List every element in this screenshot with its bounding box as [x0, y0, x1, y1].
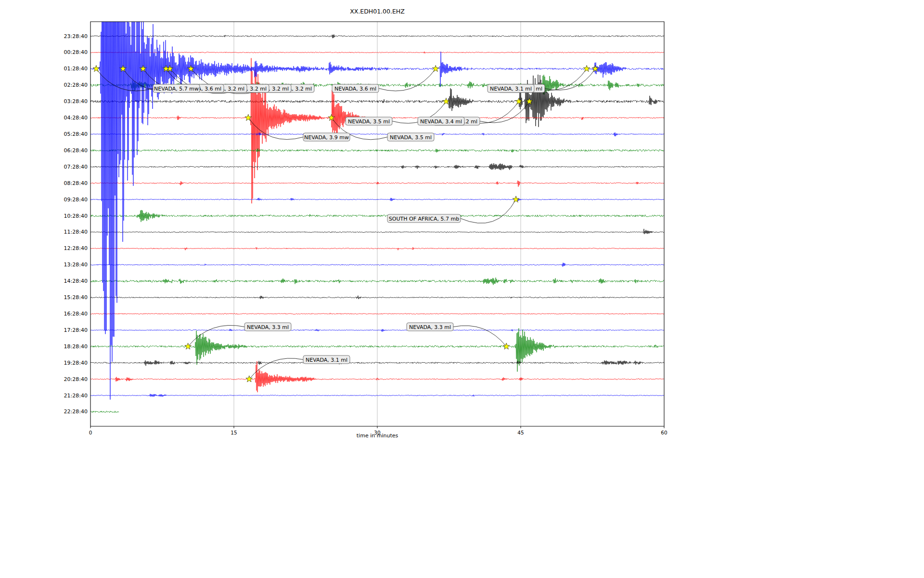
event-leader-line [461, 199, 516, 223]
y-tick-label: 22:28:40 [64, 408, 88, 415]
seismogram-page: 01530456023:28:4000:28:4001:28:4002:28:4… [0, 0, 924, 578]
event-label-text: NEVADA, 3.4 ml [420, 118, 462, 125]
y-tick-label: 16:28:40 [64, 311, 88, 317]
y-tick-label: 05:28:40 [64, 131, 88, 137]
event-label: NEVADA, 3.1 ml [488, 84, 534, 92]
y-tick-label: 23:28:40 [64, 33, 88, 39]
event-label-text: SOUTH OF AFRICA, 5.7 mb [389, 216, 459, 222]
event-label-text: NEVADA, 3.6 ml [334, 86, 376, 92]
event-label-text: NEVADA, 3.1 ml [306, 357, 347, 363]
event-label: NEVADA, 3.1 ml [303, 355, 350, 364]
y-tick-label: 00:28:40 [64, 49, 88, 55]
event-label: NEVADA, 3.9 mw [303, 133, 350, 141]
event-leader-line [545, 69, 595, 90]
event-label-text: NEVADA, 3.9 mw [304, 134, 349, 141]
helicorder-plot: 01530456023:28:4000:28:4001:28:4002:28:4… [0, 0, 924, 578]
event-label: NEVADA, 5.7 mw [153, 84, 200, 92]
event-leader-line [379, 69, 436, 91]
y-tick-label: 17:28:40 [64, 327, 88, 333]
y-tick-label: 06:28:40 [64, 147, 88, 154]
y-tick-label: 12:28:40 [64, 245, 88, 251]
event-star-icon [583, 66, 590, 72]
event-label-text: NEVADA, 3.3 ml [409, 324, 451, 330]
event-label: NEVADA, 3.3 ml [244, 323, 291, 331]
event-star-icon [513, 196, 519, 202]
event-label-text: NEVADA, 3.5 ml [348, 118, 390, 125]
y-tick-label: 21:28:40 [64, 393, 88, 399]
event-label-text: NEVADA, 3.1 ml [490, 86, 532, 92]
y-tick-label: 09:28:40 [64, 197, 88, 203]
event-label-text: NEVADA, 5.7 mw [154, 86, 199, 92]
y-tick-label: 01:28:40 [64, 66, 88, 72]
y-tick-label: 02:28:40 [64, 82, 88, 88]
y-tick-label: 11:28:40 [64, 229, 88, 235]
event-label: NEVADA, 3.6 ml [332, 84, 379, 92]
event-label-text: NEVADA, 3.5 ml [390, 134, 432, 141]
y-tick-label: 19:28:40 [64, 360, 88, 366]
event-label-text: NEVADA, 3.3 ml [247, 324, 289, 330]
event-leader-line [480, 102, 529, 123]
event-star-icon [432, 66, 439, 72]
y-tick-label: 10:28:40 [64, 213, 88, 219]
event-label: NEVADA, 3.3 ml [407, 323, 453, 331]
chart-title: XX.EDH01.00.EHZ [90, 8, 664, 15]
y-tick-label: 03:28:40 [64, 98, 88, 105]
event-label: NEVADA, 3.4 ml [418, 117, 464, 125]
y-tick-label: 04:28:40 [64, 115, 88, 121]
event-leader-line [453, 326, 506, 346]
y-tick-label: 13:28:40 [64, 262, 88, 268]
y-tick-label: 14:28:40 [64, 278, 88, 284]
y-tick-label: 18:28:40 [64, 343, 88, 350]
x-axis-label: time in minutes [90, 433, 664, 439]
event-label: NEVADA, 3.5 ml [346, 117, 392, 125]
trace-22:28:40 [90, 411, 119, 412]
event-label: NEVADA, 3.5 ml [387, 133, 434, 141]
event-label: SOUTH OF AFRICA, 5.7 mb [387, 214, 461, 223]
y-tick-label: 07:28:40 [64, 164, 88, 170]
y-tick-label: 20:28:40 [64, 376, 88, 382]
event-star-icon [93, 66, 100, 72]
y-tick-label: 08:28:40 [64, 180, 88, 186]
y-tick-label: 15:28:40 [64, 294, 88, 301]
